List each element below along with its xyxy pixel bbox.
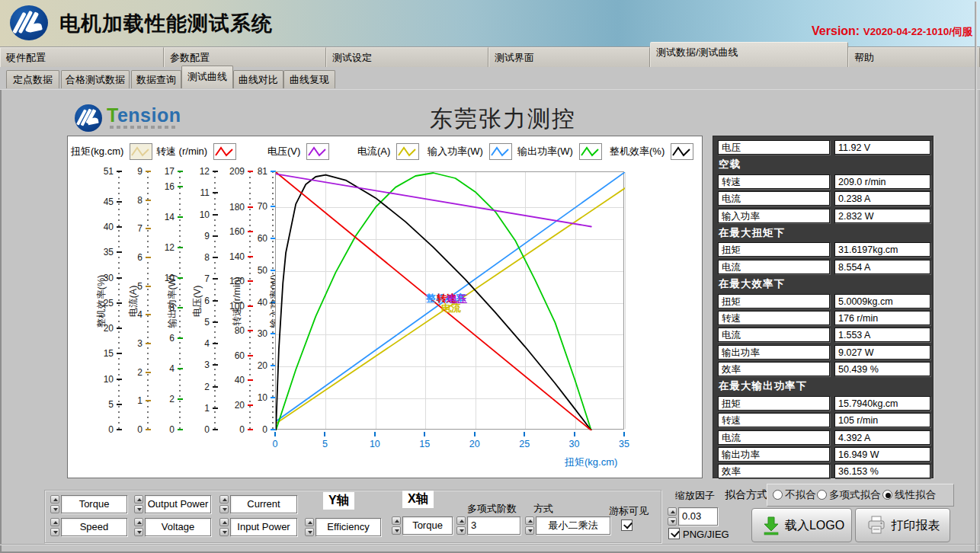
y-selector-efficiency-spinner-up[interactable] — [305, 518, 314, 526]
panel-field-label: 电流 — [718, 191, 830, 206]
sub-tab-2[interactable]: 合格测试数据 — [61, 70, 130, 88]
y-selector-input-power[interactable]: Input Power — [230, 518, 297, 536]
poly-order-input-spinner[interactable] — [456, 516, 466, 535]
x-axis-selector-spinner-up[interactable] — [392, 516, 401, 525]
sub-tab-4[interactable]: 测试曲线 — [181, 66, 233, 88]
poly-order-input[interactable]: 3 — [467, 516, 520, 535]
poly-order-input-spinner-up[interactable] — [456, 516, 466, 525]
legend-swatch[interactable] — [396, 143, 419, 160]
menu-tab-2[interactable]: 参数配置 — [164, 47, 326, 67]
legend-item-6[interactable]: 输出功率(W) — [517, 143, 602, 160]
y-selector-current[interactable]: Current — [230, 495, 297, 513]
y-selector-torque[interactable]: Torque — [61, 495, 127, 513]
menu-tab-4[interactable]: 测试界面 — [488, 47, 650, 67]
load-logo-button[interactable]: 载入LOGO — [751, 508, 852, 542]
sub-tab-6[interactable]: 曲线复现 — [283, 70, 335, 88]
legend-swatch[interactable] — [130, 143, 152, 160]
y-tick-mark — [146, 228, 151, 229]
panel-field-label: 电流 — [718, 430, 830, 445]
legend-item-2[interactable]: 转速 (r/min) — [156, 143, 236, 160]
panel-field-value: 9.027 W — [834, 345, 930, 360]
sub-tab-1[interactable]: 定点数据 — [6, 70, 59, 88]
legend-item-1[interactable]: 扭矩(kg.cm) — [71, 143, 152, 160]
legend-item-7[interactable]: 整机效率(%) — [610, 143, 693, 160]
version-label: Version: — [812, 24, 860, 37]
sub-tab-3[interactable]: 数据查询 — [131, 70, 181, 88]
y-selector-current-spinner-down[interactable] — [219, 505, 229, 513]
sub-tab-5[interactable]: 曲线对比 — [233, 70, 283, 88]
legend-swatch[interactable] — [306, 143, 329, 160]
y-selector-voltage-spinner[interactable] — [134, 518, 143, 536]
x-tick-mark — [374, 432, 376, 436]
x-axis-selector-spinner-down[interactable] — [392, 526, 401, 535]
menu-tab-1[interactable]: 硬件配置 — [0, 47, 164, 67]
y-selector-output-power-spinner-up[interactable] — [134, 495, 143, 503]
menu-tab-3[interactable]: 测试设定 — [326, 47, 488, 67]
x-axis-selector-spinner[interactable] — [392, 516, 401, 535]
legend-swatch[interactable] — [579, 143, 602, 160]
y-axis-title: 电流(A) — [127, 285, 140, 317]
poly-order-label: 多项式阶数 — [467, 502, 517, 516]
y-tick-label: 51 — [85, 166, 114, 177]
legend-item-3[interactable]: 电压(V) — [267, 143, 329, 160]
png-jpeg-checkbox[interactable] — [668, 528, 680, 539]
legend-item-5[interactable]: 输入功率(W) — [428, 143, 512, 160]
x-tick-mark — [574, 432, 575, 436]
y-selector-speed-spinner[interactable] — [50, 518, 59, 536]
menu-tab-5[interactable]: 测试数据/测试曲线 — [650, 42, 848, 67]
y-selector-efficiency-spinner-down[interactable] — [305, 528, 314, 536]
fit-radio-2[interactable]: 多项式拟合 — [817, 489, 881, 504]
x-axis-selector[interactable]: Torque — [402, 516, 453, 535]
y-tick-mark — [178, 398, 183, 400]
y-tick-mark — [248, 280, 253, 282]
zoom-factor-input[interactable]: 0.03 — [678, 507, 718, 526]
poly-order-input-spinner-down[interactable] — [456, 526, 466, 535]
y-selector-torque-spinner-up[interactable] — [50, 495, 59, 503]
legend-item-4[interactable]: 电流(A) — [357, 143, 419, 160]
legend-swatch[interactable] — [489, 143, 512, 160]
y-tick-label: 45 — [85, 197, 114, 207]
curve-name-label: 电流 — [441, 302, 461, 315]
y-selector-voltage-spinner-up[interactable] — [134, 518, 143, 526]
fit-method-selector-spinner-down[interactable] — [525, 526, 534, 535]
y-selector-output-power-spinner-down[interactable] — [134, 505, 143, 513]
x-tick-mark — [274, 432, 276, 436]
y-selector-efficiency[interactable]: Efficiency — [315, 518, 381, 536]
y-selector-input-power-spinner[interactable] — [219, 518, 229, 536]
zoom-factor-input-spinner-up[interactable] — [668, 507, 677, 516]
fit-radio-3[interactable]: 线性拟合 — [882, 489, 936, 504]
y-selector-torque-spinner[interactable] — [50, 495, 59, 513]
menu-tab-6[interactable]: 帮助 — [848, 47, 980, 67]
panel-field-value: 176 r/min — [834, 311, 930, 325]
print-report-button[interactable]: 打印报表 — [855, 508, 950, 542]
y-tick-label: 9 — [181, 231, 210, 241]
panel-field-label: 电压 — [718, 140, 830, 155]
y-selector-speed-spinner-down[interactable] — [50, 528, 59, 536]
legend-swatch[interactable] — [213, 143, 236, 160]
y-selector-torque-spinner-down[interactable] — [50, 505, 59, 513]
y-selector-current-spinner[interactable] — [219, 495, 229, 513]
y-selector-current-spinner-up[interactable] — [219, 495, 229, 503]
cursor-visible-checkbox[interactable] — [621, 519, 633, 531]
y-selector-efficiency-spinner[interactable] — [305, 518, 314, 536]
y-selector-voltage-spinner-down[interactable] — [134, 528, 143, 536]
legend-swatch[interactable] — [671, 143, 693, 160]
y-selector-output-power[interactable]: Output Power — [145, 495, 211, 513]
y-selector-voltage[interactable]: Voltage — [145, 518, 211, 536]
y-selector-speed-spinner-up[interactable] — [50, 518, 59, 526]
y-tick-label: 4 — [146, 363, 175, 374]
y-tick-mark — [178, 247, 183, 248]
fit-method-selector[interactable]: 最小二乘法 — [536, 516, 610, 535]
y-selector-input-power-spinner-up[interactable] — [219, 518, 229, 526]
fit-method-selector-spinner[interactable] — [525, 516, 534, 535]
gridline-vertical — [625, 172, 626, 429]
y-tick-mark — [248, 379, 253, 381]
fit-radio-1[interactable]: 不拟合 — [773, 489, 816, 504]
y-selector-input-power-spinner-down[interactable] — [219, 528, 229, 536]
zoom-factor-input-spinner[interactable] — [668, 507, 677, 526]
fit-method-selector-spinner-up[interactable] — [525, 516, 534, 525]
y-selector-output-power-spinner[interactable] — [134, 495, 143, 513]
zoom-factor-input-spinner-down[interactable] — [668, 517, 677, 526]
y-selector-speed[interactable]: Speed — [61, 518, 127, 536]
y-axis-minor-ticks — [118, 171, 120, 430]
